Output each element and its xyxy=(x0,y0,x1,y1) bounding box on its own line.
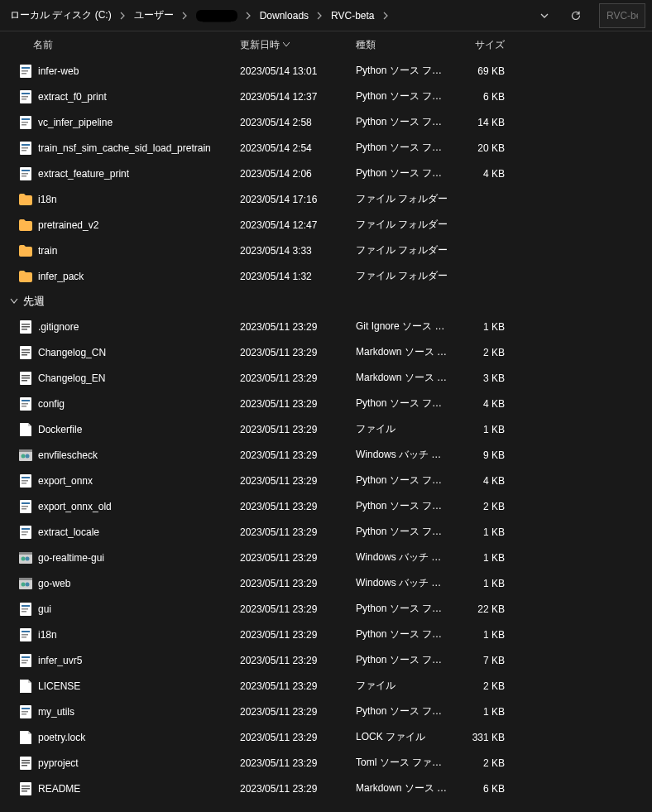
file-row[interactable]: vc_infer_pipeline2023/05/14 2:58Python ソ… xyxy=(0,109,652,135)
search-input[interactable] xyxy=(599,3,645,28)
file-type: Windows バッチ ファ… xyxy=(356,448,451,462)
file-date: 2023/05/11 23:29 xyxy=(240,449,356,461)
bat-icon xyxy=(18,448,33,463)
md-icon xyxy=(18,781,33,796)
toml-icon xyxy=(18,756,33,771)
svg-rect-35 xyxy=(22,406,26,407)
file-row[interactable]: extract_feature_print2023/05/14 2:06Pyth… xyxy=(0,161,652,186)
file-row[interactable]: pyproject2023/05/11 23:29Toml ソース ファイル2 … xyxy=(0,750,652,776)
file-type: Python ソース ファイル xyxy=(356,473,451,488)
file-type: Python ソース ファイル xyxy=(356,627,451,641)
svg-rect-66 xyxy=(22,634,28,636)
file-row[interactable]: my_utils2023/05/11 23:29Python ソース ファイル1… xyxy=(0,699,652,724)
breadcrumb[interactable]: ローカル ディスク (C:)ユーザー████DownloadsRVC-beta xyxy=(7,7,528,24)
svg-rect-77 xyxy=(22,760,30,762)
file-type: Python ソース ファイル xyxy=(356,602,451,616)
file-date: 2023/05/14 13:01 xyxy=(240,65,356,77)
file-size: 69 KB xyxy=(451,65,513,77)
file-type: Python ソース ファイル xyxy=(356,141,451,155)
file-row[interactable]: poetry.lock2023/05/11 23:29LOCK ファイル331 … xyxy=(0,724,652,750)
svg-rect-33 xyxy=(22,400,30,401)
file-name: i18n xyxy=(38,629,240,641)
file-row[interactable]: envfilescheck2023/05/11 23:29Windows バッチ… xyxy=(0,442,652,468)
folder-icon xyxy=(18,218,33,233)
group-header[interactable]: 先週 xyxy=(0,289,652,314)
svg-rect-69 xyxy=(22,656,30,658)
file-date: 2023/05/11 23:29 xyxy=(240,732,356,743)
chevron-down-icon[interactable] xyxy=(535,6,554,26)
svg-rect-18 xyxy=(22,173,28,175)
folder-icon xyxy=(18,243,33,258)
header-size[interactable]: サイズ xyxy=(451,38,513,52)
file-row[interactable]: i18n2023/05/11 23:29Python ソース ファイル1 KB xyxy=(0,622,652,647)
py-icon xyxy=(18,704,33,719)
file-row[interactable]: go-realtime-gui2023/05/11 23:29Windows バ… xyxy=(0,545,652,570)
file-row[interactable]: Changelog_CN2023/05/11 23:29Markdown ソース… xyxy=(0,339,652,365)
file-date: 2023/05/11 23:29 xyxy=(240,501,356,512)
svg-rect-41 xyxy=(22,477,30,478)
file-date: 2023/05/14 2:58 xyxy=(240,117,356,128)
file-type: Python ソース ファイル xyxy=(356,64,451,78)
py-icon xyxy=(18,89,33,104)
file-row[interactable]: .gitignore2023/05/11 23:29Git Ignore ソース… xyxy=(0,314,652,339)
header-name[interactable]: 名前 xyxy=(33,38,240,52)
py-icon xyxy=(18,499,33,514)
file-row[interactable]: gui2023/05/11 23:29Python ソース ファイル22 KB xyxy=(0,596,652,622)
file-date: 2023/05/14 17:16 xyxy=(240,194,356,205)
file-row[interactable]: infer_pack2023/05/14 1:32ファイル フォルダー xyxy=(0,263,652,289)
svg-rect-82 xyxy=(22,788,30,790)
file-row[interactable]: go-web2023/05/11 23:29Windows バッチ ファ…1 K… xyxy=(0,570,652,596)
file-type: ファイル フォルダー xyxy=(356,269,451,283)
py-icon xyxy=(18,166,33,181)
file-row[interactable]: pretrained_v22023/05/14 12:47ファイル フォルダー xyxy=(0,212,652,238)
svg-rect-73 xyxy=(22,708,30,709)
breadcrumb-segment[interactable]: ローカル ディスク (C:) xyxy=(7,7,115,24)
svg-rect-9 xyxy=(22,118,30,120)
file-row[interactable]: extract_locale2023/05/11 23:29Python ソース… xyxy=(0,519,652,545)
file-row[interactable]: export_onnx2023/05/11 23:29Python ソース ファ… xyxy=(0,468,652,493)
file-date: 2023/05/11 23:29 xyxy=(240,706,356,718)
file-date: 2023/05/11 23:29 xyxy=(240,578,356,589)
address-bar: ローカル ディスク (C:)ユーザー████DownloadsRVC-beta xyxy=(0,0,652,31)
file-row[interactable]: README2023/05/11 23:29Markdown ソース フ…6 K… xyxy=(0,776,652,801)
file-row[interactable]: Dockerfile2023/05/11 23:29ファイル1 KB xyxy=(0,416,652,442)
header-type[interactable]: 種類 xyxy=(356,38,451,52)
file-size: 20 KB xyxy=(451,142,513,154)
file-type: ファイル フォルダー xyxy=(356,192,451,206)
svg-rect-75 xyxy=(22,714,26,715)
file-icon xyxy=(18,679,33,694)
breadcrumb-segment[interactable]: RVC-beta xyxy=(328,8,377,23)
py-icon xyxy=(18,115,33,130)
breadcrumb-segment[interactable]: ユーザー xyxy=(131,7,177,24)
svg-rect-34 xyxy=(22,403,28,405)
file-row[interactable]: export_onnx_old2023/05/11 23:29Python ソー… xyxy=(0,493,652,519)
breadcrumb-segment[interactable]: ████ xyxy=(193,8,241,23)
file-name: README xyxy=(38,783,240,795)
file-row[interactable]: i18n2023/05/14 17:16ファイル フォルダー xyxy=(0,186,652,212)
file-row[interactable]: config2023/05/11 23:29Python ソース ファイル4 K… xyxy=(0,391,652,416)
file-row[interactable]: train_nsf_sim_cache_sid_load_pretrain202… xyxy=(0,135,652,161)
file-type: ファイル フォルダー xyxy=(356,243,451,257)
file-name: pyproject xyxy=(38,757,240,769)
file-row[interactable]: train2023/05/14 3:33ファイル フォルダー xyxy=(0,238,652,263)
file-name: export_onnx xyxy=(38,475,240,487)
file-row[interactable]: LICENSE2023/05/11 23:29ファイル2 KB xyxy=(0,673,652,699)
file-row[interactable]: infer_uvr52023/05/11 23:29Python ソース ファイ… xyxy=(0,647,652,673)
svg-rect-10 xyxy=(22,122,28,123)
svg-rect-3 xyxy=(22,73,26,74)
file-type: LOCK ファイル xyxy=(356,730,451,744)
file-size: 14 KB xyxy=(451,117,513,128)
file-date: 2023/05/11 23:29 xyxy=(240,783,356,795)
file-name: extract_locale xyxy=(38,526,240,538)
chevron-right-icon xyxy=(244,12,253,20)
file-row[interactable]: infer-web2023/05/14 13:01Python ソース ファイル… xyxy=(0,58,652,84)
file-size: 1 KB xyxy=(451,526,513,538)
breadcrumb-segment[interactable]: Downloads xyxy=(256,8,312,23)
svg-rect-71 xyxy=(22,662,26,664)
file-row[interactable]: extract_f0_print2023/05/14 12:37Python ソ… xyxy=(0,84,652,109)
header-date[interactable]: 更新日時 xyxy=(240,38,356,52)
file-type: Python ソース ファイル xyxy=(356,396,451,411)
refresh-icon[interactable] xyxy=(566,6,586,26)
svg-rect-31 xyxy=(22,380,27,382)
file-row[interactable]: Changelog_EN2023/05/11 23:29Markdown ソース… xyxy=(0,365,652,391)
